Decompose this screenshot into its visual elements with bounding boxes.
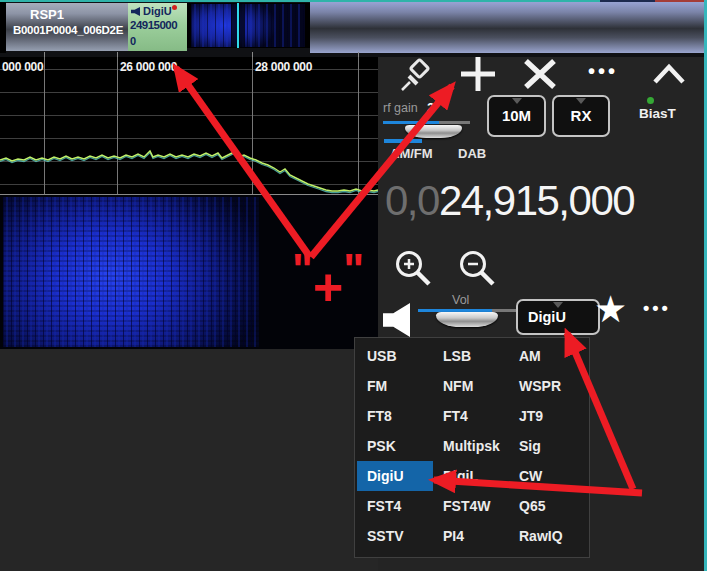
top-bar: RSP1 B0001P0004_006D2E DigiU 24915000 0	[0, 0, 707, 57]
zoom-out-icon[interactable]	[456, 248, 500, 290]
menu-item[interactable]: USB	[357, 341, 433, 371]
menu-item[interactable]: NFM	[433, 371, 509, 401]
favorites-star-icon[interactable]: ★	[594, 291, 627, 328]
menu-item[interactable]: DigiL	[433, 461, 509, 491]
rx-select-button[interactable]: RX	[552, 95, 610, 137]
frequency-leading-zeros: 0,0	[385, 177, 439, 224]
tab-am-fm[interactable]: AM/FM	[390, 146, 433, 161]
speaker-mini-icon	[131, 7, 140, 16]
waterfall-thumbnail[interactable]	[187, 3, 310, 48]
waterfall-noise	[3, 197, 259, 347]
menu-item[interactable]: FST4	[357, 491, 433, 521]
frequency-digits: 24,915,000	[439, 177, 634, 224]
rf-gain-level-bar	[384, 139, 422, 143]
thumbnail-cursor-line	[237, 3, 239, 48]
menu-item[interactable]: Q65	[509, 491, 585, 521]
mode-dropdown-menu: USB LSB AM FM NFM WSPR FT8 FT4 JT9 PSK M…	[354, 337, 590, 558]
zoom-in-icon[interactable]	[392, 248, 436, 290]
menu-item[interactable]: JT9	[509, 401, 585, 431]
mode-more-options-icon[interactable]: •••	[643, 298, 671, 319]
band-select-button[interactable]: 10M	[487, 95, 546, 137]
device-panel[interactable]: RSP1 B0001P0004_006D2E	[6, 3, 128, 51]
more-options-icon[interactable]: •••	[588, 60, 618, 83]
badge-mode-label: DigiU	[143, 5, 172, 17]
rx-select-label: RX	[571, 107, 592, 124]
waterfall-display[interactable]	[0, 195, 378, 349]
dropdown-arrow-icon	[553, 302, 563, 308]
menu-item[interactable]: FST4W	[433, 491, 509, 521]
mode-select-label: DigiU	[528, 309, 566, 325]
menu-item[interactable]: RawIQ	[509, 521, 585, 551]
menu-item[interactable]: FT4	[433, 401, 509, 431]
tab-dab[interactable]: DAB	[458, 146, 486, 161]
device-name: RSP1	[30, 7, 64, 22]
volume-label: Vol	[452, 293, 469, 307]
spectrum-display[interactable]: 000 000 26 000 000 28 000 000	[0, 57, 378, 195]
menu-item[interactable]: FT8	[357, 401, 433, 431]
dropdown-arrow-icon	[512, 98, 522, 104]
rf-gain-label: rf gain	[383, 101, 418, 115]
bottom-control-panel: 50 |60 Cat Port 51112 Filter Low 150Hz F…	[0, 349, 378, 571]
menu-item[interactable]: PSK	[357, 431, 433, 461]
title-bar-gradient	[310, 2, 707, 53]
receiver-badge[interactable]: DigiU 24915000 0	[128, 3, 187, 51]
dropdown-arrow-icon	[576, 98, 586, 104]
band-select-label: 10M	[502, 107, 531, 124]
sdr-app-window: RSP1 B0001P0004_006D2E DigiU 24915000 0	[0, 0, 707, 571]
badge-frequency: 24915000	[130, 19, 177, 31]
menu-item[interactable]: SSTV	[357, 521, 433, 551]
biast-label[interactable]: BiasT	[639, 106, 676, 121]
badge-mode-row: DigiU	[131, 5, 177, 17]
menu-item[interactable]: Sig	[509, 431, 585, 461]
spectrum-trace	[0, 57, 378, 194]
menu-item[interactable]: WSPR	[509, 371, 585, 401]
menu-item[interactable]: FM	[357, 371, 433, 401]
thumbnail-noise	[191, 4, 305, 47]
add-receiver-icon[interactable]	[458, 54, 498, 94]
badge-frequency-2: 0	[130, 35, 136, 47]
rf-gain-value: 2	[427, 100, 435, 115]
biast-status-dot	[647, 97, 654, 104]
record-dot-icon	[172, 5, 177, 10]
menu-item[interactable]: AM	[509, 341, 585, 371]
device-serial: B0001P0004_006D2E	[13, 24, 123, 36]
menu-item[interactable]: CW	[509, 461, 585, 491]
mode-select-button[interactable]: DigiU	[516, 299, 600, 335]
menu-item[interactable]: PI4	[433, 521, 509, 551]
rf-gain-slider[interactable]	[383, 121, 470, 124]
menu-item[interactable]: Multipsk	[433, 431, 509, 461]
menu-item[interactable]: LSB	[433, 341, 509, 371]
pin-icon[interactable]	[396, 57, 434, 95]
collapse-chevron-icon[interactable]	[652, 62, 686, 86]
menu-item-selected[interactable]: DigiU	[357, 461, 433, 491]
close-icon[interactable]	[522, 58, 558, 90]
frequency-display[interactable]: 0,024,915,000	[385, 177, 703, 225]
